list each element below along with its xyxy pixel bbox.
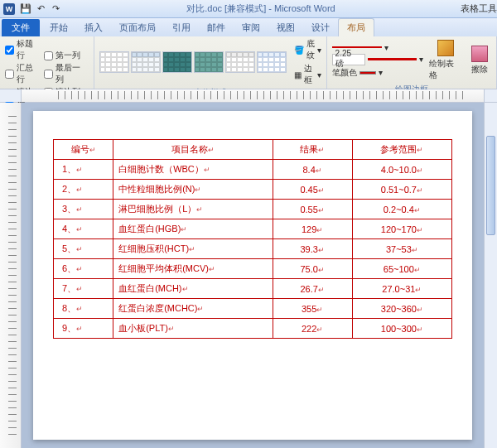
cell-range[interactable]: 27.0~31↵ bbox=[352, 279, 451, 299]
cell-number[interactable]: 1、↵ bbox=[54, 160, 113, 180]
cell-number[interactable]: 8、↵ bbox=[54, 299, 113, 319]
cell-range[interactable]: 37~53↵ bbox=[352, 239, 451, 259]
vertical-ruler[interactable] bbox=[0, 103, 22, 448]
tab-design[interactable]: 设计 bbox=[303, 19, 338, 36]
page-viewport[interactable]: 编号↵ 项目名称↵ 结果↵ 参考范围↵ 1、↵白细胞计数（WBC）↵8.4↵4.… bbox=[22, 103, 484, 448]
context-tab-label: 表格工具 bbox=[461, 2, 497, 15]
table-row[interactable]: 5、↵红细胞压积(HCT)↵39.3↵37~53↵ bbox=[54, 239, 452, 259]
scrollbar-thumb[interactable] bbox=[486, 136, 495, 235]
cell-range[interactable]: 320~360↵ bbox=[352, 299, 451, 319]
cell-number[interactable]: 7、↵ bbox=[54, 279, 113, 299]
cell-result[interactable]: 75.0↵ bbox=[273, 259, 352, 279]
table-row[interactable]: 7、↵血红蛋白(MCH)↵26.7↵27.0~31↵ bbox=[54, 279, 452, 299]
cell-item[interactable]: 血红蛋白(HGB)↵ bbox=[113, 219, 273, 239]
cell-number[interactable]: 2、↵ bbox=[54, 180, 113, 200]
cell-number[interactable]: 4、↵ bbox=[54, 219, 113, 239]
cell-item[interactable]: 红细胞平均体积(MCV)↵ bbox=[113, 259, 273, 279]
th-item: 项目名称↵ bbox=[113, 140, 273, 160]
cell-result[interactable]: 26.7↵ bbox=[273, 279, 352, 299]
style-swatch[interactable] bbox=[257, 51, 287, 73]
style-swatch[interactable] bbox=[194, 51, 224, 73]
opt-last-col[interactable]: 最后一列 bbox=[44, 62, 89, 85]
cell-result[interactable]: 0.55↵ bbox=[273, 200, 352, 219]
opt-header-row[interactable]: 标题行 bbox=[5, 38, 41, 61]
cell-range[interactable]: 0.2~0.4↵ bbox=[352, 200, 451, 219]
data-table[interactable]: 编号↵ 项目名称↵ 结果↵ 参考范围↵ 1、↵白细胞计数（WBC）↵8.4↵4.… bbox=[53, 139, 452, 339]
tab-layout[interactable]: 布局 bbox=[338, 18, 374, 36]
group-table-styles: 🪣 底纹 ▾ ▦ 边框 ▾ 表格样式 bbox=[94, 36, 327, 89]
table-row[interactable]: 2、↵中性粒细胞比例(N)↵0.45↵0.51~0.7↵ bbox=[54, 180, 452, 200]
tab-mailings[interactable]: 邮件 bbox=[199, 19, 234, 36]
pencil-icon bbox=[437, 40, 454, 56]
line-weight-dropdown[interactable]: 2.25 磅 ▾ bbox=[332, 54, 424, 65]
cell-result[interactable]: 8.4↵ bbox=[273, 160, 352, 180]
table-row[interactable]: 3、↵淋巴细胞比例（L）↵0.55↵0.2~0.4↵ bbox=[54, 200, 452, 219]
style-swatch[interactable] bbox=[225, 51, 255, 73]
cell-result[interactable]: 222↵ bbox=[273, 319, 352, 339]
cell-item[interactable]: 白细胞计数（WBC）↵ bbox=[113, 160, 273, 180]
style-swatch[interactable] bbox=[131, 51, 161, 73]
vertical-scrollbar[interactable] bbox=[484, 103, 497, 448]
cell-result[interactable]: 0.45↵ bbox=[273, 180, 352, 200]
eraser-icon bbox=[471, 46, 488, 62]
opt-total-row[interactable]: 汇总行 bbox=[5, 62, 41, 85]
cell-range[interactable]: 0.51~0.7↵ bbox=[352, 180, 451, 200]
eraser-button[interactable]: 擦除 bbox=[468, 44, 491, 77]
tab-view[interactable]: 视图 bbox=[268, 19, 303, 36]
redo-icon[interactable]: ↷ bbox=[50, 3, 61, 15]
th-range: 参考范围↵ bbox=[352, 140, 451, 160]
th-result: 结果↵ bbox=[273, 140, 352, 160]
undo-icon[interactable]: ↶ bbox=[35, 3, 46, 15]
borders-dropdown[interactable]: ▦ 边框 ▾ bbox=[294, 63, 321, 86]
tab-home[interactable]: 开始 bbox=[41, 19, 76, 36]
title-bar: W 💾 ↶ ↷ 对比.doc [兼容模式] - Microsoft Word 表… bbox=[0, 0, 497, 18]
ribbon: 标题行 汇总行 镶边行 第一列 最后一列 镶边列 表格样式选项 bbox=[0, 36, 497, 89]
group-table-style-options: 标题行 汇总行 镶边行 第一列 最后一列 镶边列 表格样式选项 bbox=[0, 36, 94, 89]
tab-pagelayout[interactable]: 页面布局 bbox=[111, 19, 164, 36]
document-area: 编号↵ 项目名称↵ 结果↵ 参考范围↵ 1、↵白细胞计数（WBC）↵8.4↵4.… bbox=[0, 103, 497, 448]
table-header-row[interactable]: 编号↵ 项目名称↵ 结果↵ 参考范围↵ bbox=[54, 140, 452, 160]
ribbon-tabs: 文件 开始 插入 页面布局 引用 邮件 审阅 视图 设计 布局 bbox=[0, 18, 497, 36]
cell-number[interactable]: 3、↵ bbox=[54, 200, 113, 219]
group-draw-borders: ▾ 2.25 磅 ▾ 笔颜色 ▾ 绘制表格 擦除 绘图边框 bbox=[327, 36, 497, 89]
tab-review[interactable]: 审阅 bbox=[234, 19, 268, 36]
cell-number[interactable]: 6、↵ bbox=[54, 259, 113, 279]
cell-item[interactable]: 红细胞压积(HCT)↵ bbox=[113, 239, 273, 259]
cell-result[interactable]: 129↵ bbox=[273, 219, 352, 239]
cell-item[interactable]: 中性粒细胞比例(N)↵ bbox=[113, 180, 273, 200]
cell-result[interactable]: 39.3↵ bbox=[273, 239, 352, 259]
table-row[interactable]: 1、↵白细胞计数（WBC）↵8.4↵4.0~10.0↵ bbox=[54, 160, 452, 180]
th-number: 编号↵ bbox=[54, 140, 113, 160]
draw-table-button[interactable]: 绘制表格 bbox=[426, 38, 466, 83]
tab-references[interactable]: 引用 bbox=[164, 19, 199, 36]
cell-range[interactable]: 100~300↵ bbox=[352, 319, 451, 339]
table-row[interactable]: 6、↵红细胞平均体积(MCV)↵75.0↵65~100↵ bbox=[54, 259, 452, 279]
window-title: 对比.doc [兼容模式] - Microsoft Word bbox=[61, 2, 461, 15]
shading-dropdown[interactable]: 🪣 底纹 ▾ bbox=[294, 38, 321, 61]
save-icon[interactable]: 💾 bbox=[20, 3, 31, 15]
quick-access-toolbar: 💾 ↶ ↷ bbox=[20, 3, 61, 15]
cell-number[interactable]: 9、↵ bbox=[54, 319, 113, 339]
cell-range[interactable]: 4.0~10.0↵ bbox=[352, 160, 451, 180]
page: 编号↵ 项目名称↵ 结果↵ 参考范围↵ 1、↵白细胞计数（WBC）↵8.4↵4.… bbox=[33, 111, 472, 440]
style-swatch[interactable] bbox=[162, 51, 192, 73]
cell-range[interactable]: 65~100↵ bbox=[352, 259, 451, 279]
table-row[interactable]: 8、↵红蛋白浓度(MCHC)↵355↵320~360↵ bbox=[54, 299, 452, 319]
table-row[interactable]: 9、↵血小板(PLT)↵222↵100~300↵ bbox=[54, 319, 452, 339]
cell-item[interactable]: 淋巴细胞比例（L）↵ bbox=[113, 200, 273, 219]
opt-first-col[interactable]: 第一列 bbox=[44, 50, 89, 61]
horizontal-ruler[interactable] bbox=[0, 89, 497, 103]
cell-item[interactable]: 血小板(PLT)↵ bbox=[113, 319, 273, 339]
cell-number[interactable]: 5、↵ bbox=[54, 239, 113, 259]
style-swatch[interactable] bbox=[99, 51, 129, 73]
app-icon: W bbox=[3, 3, 15, 15]
cell-range[interactable]: 120~170↵ bbox=[352, 219, 451, 239]
tab-file[interactable]: 文件 bbox=[2, 19, 40, 36]
table-row[interactable]: 4、↵血红蛋白(HGB)↵129↵120~170↵ bbox=[54, 219, 452, 239]
style-gallery[interactable] bbox=[99, 51, 287, 73]
cell-item[interactable]: 血红蛋白(MCH)↵ bbox=[113, 279, 273, 299]
tab-insert[interactable]: 插入 bbox=[76, 19, 111, 36]
cell-result[interactable]: 355↵ bbox=[273, 299, 352, 319]
cell-item[interactable]: 红蛋白浓度(MCHC)↵ bbox=[113, 299, 273, 319]
pen-color-dropdown[interactable]: 笔颜色 ▾ bbox=[332, 67, 424, 79]
